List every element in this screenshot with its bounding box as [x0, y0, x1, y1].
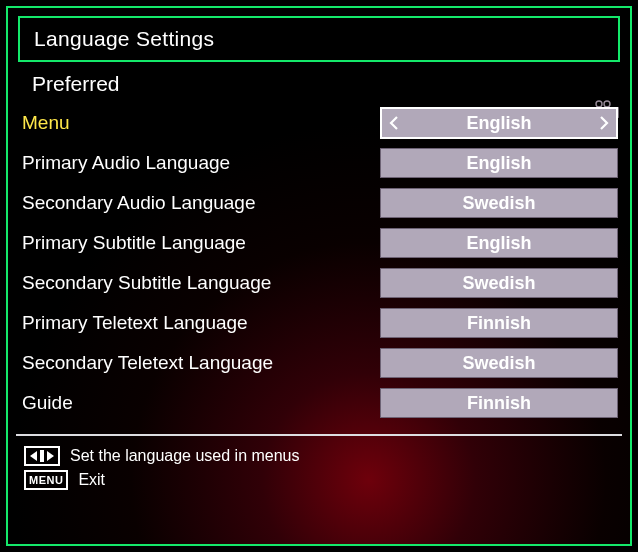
divider: [16, 434, 622, 436]
chevron-right-icon[interactable]: [597, 114, 611, 132]
setting-label: Guide: [20, 392, 73, 414]
setting-label: Primary Subtitle Language: [20, 232, 246, 254]
menu-button-icon: MENU: [24, 470, 68, 490]
setting-row-primary-teletext[interactable]: Primary Teletext Language Finnish: [20, 304, 620, 342]
svg-marker-4: [47, 451, 54, 461]
page-title: Language Settings: [34, 27, 214, 51]
setting-label: Secondary Teletext Language: [20, 352, 273, 374]
setting-value: English: [466, 233, 531, 254]
setting-label: Secondary Subtitle Language: [20, 272, 271, 294]
chevron-left-icon[interactable]: [387, 114, 401, 132]
title-bar: Language Settings: [18, 16, 620, 62]
value-selector[interactable]: English: [380, 107, 618, 139]
setting-value: Finnish: [467, 313, 531, 334]
setting-row-primary-subtitle[interactable]: Primary Subtitle Language English: [20, 224, 620, 262]
value-selector[interactable]: Swedish: [380, 348, 618, 378]
footer-hints: Set the language used in menus MENU Exit: [18, 442, 620, 492]
section-heading: Preferred: [18, 70, 620, 102]
setting-row-secondary-teletext[interactable]: Secondary Teletext Language Swedish: [20, 344, 620, 382]
setting-row-guide[interactable]: Guide Finnish: [20, 384, 620, 422]
setting-label: Menu: [20, 112, 70, 134]
setting-row-menu[interactable]: Menu English: [20, 104, 620, 142]
setting-value: Swedish: [462, 273, 535, 294]
setting-value: English: [466, 153, 531, 174]
value-selector[interactable]: Finnish: [380, 308, 618, 338]
hint-navigate: Set the language used in menus: [24, 444, 620, 468]
value-selector[interactable]: Swedish: [380, 188, 618, 218]
setting-label: Secondary Audio Language: [20, 192, 255, 214]
value-selector[interactable]: Finnish: [380, 388, 618, 418]
hint-text: Set the language used in menus: [70, 447, 300, 465]
setting-row-secondary-subtitle[interactable]: Secondary Subtitle Language Swedish: [20, 264, 620, 302]
setting-value: Swedish: [462, 353, 535, 374]
setting-row-primary-audio[interactable]: Primary Audio Language English: [20, 144, 620, 182]
value-selector[interactable]: English: [380, 148, 618, 178]
value-selector[interactable]: Swedish: [380, 268, 618, 298]
setting-value: English: [466, 113, 531, 134]
setting-label: Primary Teletext Language: [20, 312, 248, 334]
hint-exit: MENU Exit: [24, 468, 620, 492]
svg-marker-3: [30, 451, 37, 461]
setting-value: Finnish: [467, 393, 531, 414]
settings-frame: Language Settings Preferred Menu English: [6, 6, 632, 546]
setting-label: Primary Audio Language: [20, 152, 230, 174]
hint-text: Exit: [78, 471, 105, 489]
left-right-nav-icon: [24, 446, 60, 466]
setting-value: Swedish: [462, 193, 535, 214]
settings-list: Menu English Primary Audio Language Engl…: [18, 102, 620, 422]
value-selector[interactable]: English: [380, 228, 618, 258]
setting-row-secondary-audio[interactable]: Secondary Audio Language Swedish: [20, 184, 620, 222]
